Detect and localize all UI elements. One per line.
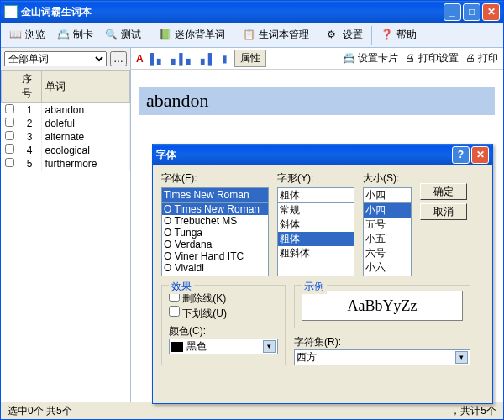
dialog-title: 字体 — [156, 148, 450, 162]
list-item[interactable]: 粗斜体 — [278, 246, 354, 260]
status-bar: 选中0个 共5个 ，共计5个 — [1, 402, 503, 419]
list-item[interactable]: O Verdana — [162, 239, 268, 250]
list-item[interactable]: O Vivaldi — [162, 262, 268, 274]
print-button[interactable]: 🖨 打印 — [465, 51, 498, 66]
align-left-icon[interactable]: ▌▖ — [150, 53, 165, 65]
toolbar-测试[interactable]: 🔍测试 — [100, 25, 146, 45]
underline-checkbox[interactable] — [169, 306, 180, 317]
table-row[interactable]: 4ecological — [2, 144, 130, 157]
toolbar-帮助[interactable]: ❓帮助 — [375, 25, 422, 45]
size-label: 大小(S): — [363, 171, 412, 186]
window-title: 金山词霸生词本 — [21, 5, 442, 19]
alpha-indicator[interactable]: A — [136, 53, 144, 65]
word-table: 序号 单词 1abandon2doleful3alternate4ecologi… — [1, 70, 130, 171]
current-word: abandon — [139, 87, 495, 115]
style-label: 字形(Y): — [277, 171, 354, 186]
dialog-close-button[interactable]: ✕ — [471, 146, 489, 164]
charset-select[interactable]: 西方▾ — [294, 349, 470, 365]
list-item[interactable]: O Tunga — [162, 227, 268, 239]
font-dialog: 字体 ? ✕ 字体(F): O Times New RomanO Trebuch… — [152, 144, 493, 404]
filter-button[interactable]: … — [110, 51, 127, 66]
list-item[interactable]: 粗体 — [278, 232, 354, 246]
list-item[interactable]: 常规 — [278, 203, 354, 218]
table-row[interactable]: 1abandon — [2, 103, 130, 118]
close-button[interactable]: ✕ — [482, 3, 500, 21]
col-check[interactable] — [2, 71, 18, 103]
toolbar-浏览[interactable]: 📖浏览 — [4, 25, 50, 45]
card-toolbar: A ▌▖ ▖▌▖ ▖▌ ▮ 属性 📇 设置卡片 🖨 打印设置 🖨 打印 — [131, 48, 503, 70]
table-row[interactable]: 2doleful — [2, 117, 130, 130]
list-item[interactable]: 五号 — [364, 218, 411, 232]
style-input[interactable] — [277, 187, 354, 202]
list-item[interactable]: 斜体 — [278, 218, 354, 232]
list-item[interactable]: O Vladimir Script — [162, 274, 268, 276]
status-left: 选中0个 共5个 — [8, 404, 72, 417]
filter-select[interactable]: 全部单词 — [4, 51, 107, 66]
color-icon[interactable]: ▮ — [222, 53, 228, 65]
effects-legend: 效果 — [169, 280, 194, 294]
list-item[interactable]: 小六 — [364, 260, 411, 275]
color-label: 颜色(C): — [169, 324, 278, 339]
style-list[interactable]: 常规斜体粗体粗斜体 — [277, 202, 354, 276]
size-input[interactable] — [363, 187, 412, 202]
list-item[interactable]: O Viner Hand ITC — [162, 250, 268, 262]
list-item[interactable]: 小五 — [364, 232, 411, 246]
app-icon — [4, 5, 18, 18]
col-word[interactable]: 单词 — [41, 71, 130, 103]
print-settings-button[interactable]: 🖨 打印设置 — [405, 51, 458, 66]
list-item[interactable]: 七号 — [364, 275, 411, 276]
font-prop-button[interactable]: 属性 — [234, 50, 266, 67]
list-item[interactable]: O Times New Roman — [162, 203, 268, 215]
align-center-icon[interactable]: ▖▌▖ — [171, 53, 194, 65]
sample-legend: 示例 — [302, 280, 327, 294]
maximize-button[interactable]: □ — [463, 3, 480, 21]
toolbar-生词本管理[interactable]: 📋生词本管理 — [238, 25, 314, 45]
list-item[interactable]: 小四 — [364, 203, 411, 218]
size-list[interactable]: 小四五号小五六号小六七号八号 — [363, 202, 412, 276]
toolbar-制卡[interactable]: 📇制卡 — [52, 25, 98, 45]
font-input[interactable] — [161, 187, 269, 202]
list-item[interactable]: O Trebuchet MS — [162, 215, 268, 227]
main-toolbar: 📖浏览📇制卡🔍测试📗迷你背单词📋生词本管理⚙设置❓帮助 — [1, 23, 503, 48]
charset-label: 字符集(R): — [294, 335, 470, 349]
toolbar-设置[interactable]: ⚙设置 — [322, 25, 368, 45]
word-list-panel: 全部单词 … 序号 单词 1abandon2doleful3alternate4… — [1, 48, 131, 402]
table-row[interactable]: 3alternate — [2, 130, 130, 144]
minimize-button[interactable]: _ — [444, 3, 461, 21]
dialog-help-button[interactable]: ? — [452, 146, 470, 164]
font-list[interactable]: O Times New RomanO Trebuchet MSO TungaO … — [161, 202, 269, 276]
list-item[interactable]: 六号 — [364, 246, 411, 260]
col-num[interactable]: 序号 — [18, 71, 41, 103]
align-right-icon[interactable]: ▖▌ — [201, 53, 216, 65]
ok-button[interactable]: 确定 — [420, 183, 467, 200]
color-select[interactable]: 黑色▾ — [169, 339, 278, 354]
cancel-button[interactable]: 取消 — [420, 203, 467, 220]
main-titlebar: 金山词霸生词本 _ □ ✕ — [1, 1, 503, 23]
font-label: 字体(F): — [161, 171, 269, 186]
status-right: ，共计5个 — [450, 404, 496, 417]
toolbar-迷你背单词[interactable]: 📗迷你背单词 — [154, 25, 230, 45]
table-row[interactable]: 5furthermore — [2, 157, 130, 171]
sample-text: AaBbYyZz — [302, 291, 463, 321]
set-card-button[interactable]: 📇 设置卡片 — [343, 51, 398, 66]
